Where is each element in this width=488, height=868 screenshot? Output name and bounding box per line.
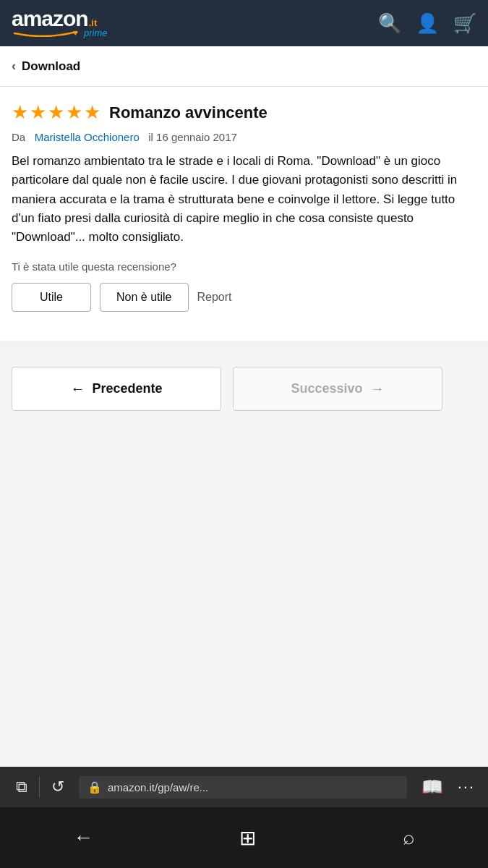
lock-icon: 🔒 (87, 780, 102, 794)
star-1: ★ (12, 101, 28, 124)
taskbar-search-button[interactable]: ⌕ (388, 819, 429, 856)
author-prefix: Da (12, 131, 25, 143)
review-date: il 16 gennaio 2017 (148, 131, 237, 143)
review-actions: Utile Non è utile Report (12, 283, 476, 312)
pagination-section: ← Precedente Successivo → (0, 346, 488, 431)
not-helpful-button[interactable]: Non è utile (100, 283, 189, 312)
review-author-row: Da Maristella Occhionero il 16 gennaio 2… (12, 131, 476, 143)
star-2: ★ (30, 101, 46, 124)
amazon-logo[interactable]: amazon.it prime (12, 8, 108, 38)
report-button[interactable]: Report (197, 284, 232, 311)
prev-label: Precedente (92, 381, 162, 396)
amazon-it-label: .it (89, 17, 98, 28)
browser-url-area[interactable]: 🔒 amazon.it/gp/aw/re... (79, 776, 407, 799)
star-5: ★ (84, 101, 100, 124)
nav-bar: ‹ Download (0, 46, 488, 87)
prev-arrow-icon: ← (70, 380, 85, 397)
cart-icon[interactable]: 🛒 (453, 12, 476, 35)
browser-more-button[interactable]: ··· (452, 778, 481, 796)
next-label: Successivo (291, 381, 362, 396)
back-arrow-icon: ‹ (12, 59, 16, 74)
taskbar: ← ⊞ ⌕ (0, 807, 488, 868)
taskbar-back-button[interactable]: ← (59, 819, 108, 856)
app-header: amazon.it prime 🔍 👤 🛒 (0, 0, 488, 46)
helpful-question: Ti è stata utile questa recensione? (12, 260, 476, 273)
helpful-button[interactable]: Utile (12, 283, 91, 312)
star-3: ★ (48, 101, 64, 124)
review-title-row: ★ ★ ★ ★ ★ Romanzo avvincente (12, 101, 476, 124)
prime-label: prime (84, 27, 108, 38)
next-button[interactable]: Successivo → (233, 367, 442, 411)
back-label: Download (22, 59, 80, 74)
browser-divider-1 (39, 777, 40, 797)
author-link[interactable]: Maristella Occhionero (35, 131, 140, 143)
browser-book-button[interactable]: 📖 (413, 777, 452, 797)
prev-button[interactable]: ← Precedente (12, 367, 221, 411)
review-body: Bel romanzo ambientato tra le strade e i… (12, 152, 476, 247)
star-rating: ★ ★ ★ ★ ★ (12, 101, 100, 124)
amazon-smile-icon (13, 30, 78, 37)
browser-bar: ⧉ ↺ 🔒 amazon.it/gp/aw/re... 📖 ··· (0, 767, 488, 807)
taskbar-windows-button[interactable]: ⊞ (225, 819, 270, 857)
browser-copy-button[interactable]: ⧉ (7, 778, 36, 796)
browser-url-text: amazon.it/gp/aw/re... (108, 781, 398, 793)
section-separator (0, 341, 488, 346)
browser-refresh-button[interactable]: ↺ (43, 778, 73, 796)
header-icons: 🔍 👤 🛒 (378, 12, 476, 35)
star-4: ★ (66, 101, 82, 124)
search-icon[interactable]: 🔍 (378, 12, 401, 35)
back-button[interactable]: ‹ Download (12, 59, 80, 74)
user-icon[interactable]: 👤 (416, 12, 439, 35)
review-title: Romanzo avvincente (109, 103, 267, 122)
amazon-wordmark: amazon (12, 8, 88, 30)
main-content: ★ ★ ★ ★ ★ Romanzo avvincente Da Maristel… (0, 87, 488, 341)
next-arrow-icon: → (370, 380, 385, 397)
